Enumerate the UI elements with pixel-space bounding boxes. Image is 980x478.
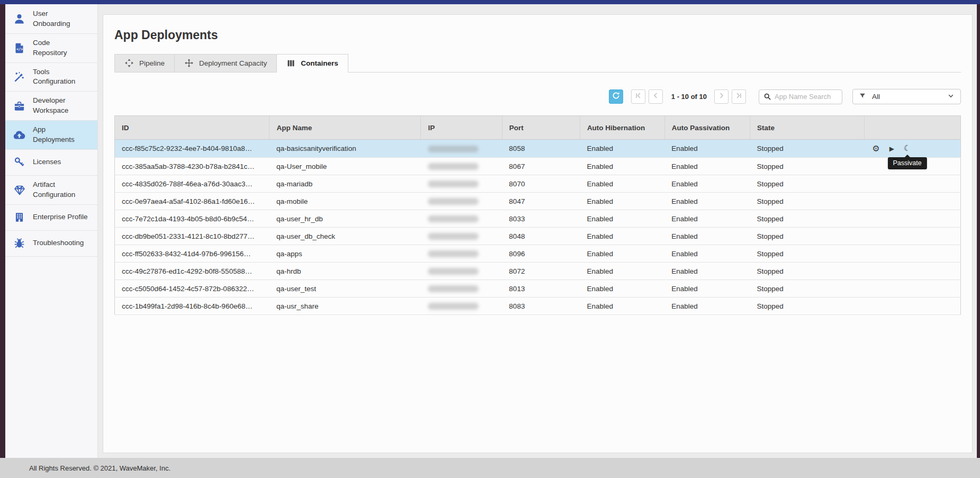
sidebar-item-label: App Deployments [33,125,75,145]
pagination-range: 1 - 10 of 10 [671,93,707,101]
table-body: ccc-f85c75c2-9232-4ee7-b404-9810a8…qa-ba… [115,140,961,315]
cell-auto-hibernation: Enabled [580,280,664,297]
cell-app-name: qa-mariadb [269,175,421,193]
sidebar-item-tools-configuration[interactable]: Tools Configuration [5,63,97,92]
sidebar-item-label: Licenses [33,157,61,167]
sidebar-item-label: Code Repository [33,38,67,58]
sidebar-item-label: Enterprise Profile [33,212,88,222]
sidebar-item-developer-workspace[interactable]: Developer Workspace [5,92,97,121]
cell-id: ccc-db9be051-2331-4121-8c10-8bd277… [115,228,269,245]
cell-id: ccc-385aa5ab-3788-4230-b78a-b2841c… [115,158,269,175]
cell-port: 8070 [502,175,580,193]
cell-actions [864,228,960,245]
key-icon [13,156,26,168]
table-row[interactable]: ccc-4835d026-788f-46ea-a76d-30aac3…qa-ma… [115,175,961,193]
redacted-ip [428,198,479,205]
page-title: App Deployments [114,28,961,42]
magic-wand-icon [13,71,26,83]
cell-ip [421,263,502,280]
cell-id: ccc-f85c75c2-9232-4ee7-b404-9810a8… [115,140,269,158]
cell-state: Stopped [750,175,865,193]
last-page-button[interactable] [732,89,746,104]
cell-auto-passivation: Enabled [664,175,750,193]
tab-containers[interactable]: Containers [277,54,348,73]
cell-state: Stopped [750,297,865,315]
sidebar-item-licenses[interactable]: Licenses [5,150,97,176]
table-row[interactable]: ccc-db9be051-2331-4121-8c10-8bd277…qa-us… [115,228,961,245]
row-actions: ⚙▶☾Passivate [871,140,960,157]
cell-auto-hibernation: Enabled [580,263,664,280]
pipeline-icon [124,58,134,68]
table-row[interactable]: ccc-385aa5ab-3788-4230-b78a-b2841c…qa-Us… [115,158,961,175]
footer: All Rights Reserved. © 2021, WaveMaker, … [0,458,980,478]
redacted-ip [428,146,479,152]
sidebar-item-app-deployments[interactable]: App Deployments [5,121,97,150]
cell-app-name: qa-basicsanityverification [269,140,421,158]
sidebar-item-enterprise-profile[interactable]: Enterprise Profile [5,205,97,231]
refresh-icon [612,91,621,102]
cell-actions [864,175,960,193]
refresh-button[interactable] [609,89,623,104]
column-header-port: Port [502,116,580,140]
cell-port: 8072 [502,263,580,280]
cell-app-name: qa-user_hr_db [269,210,421,228]
cell-port: 8013 [502,280,580,297]
table-row[interactable]: ccc-49c27876-ed1c-4292-b0f8-550588…qa-hr… [115,263,961,280]
cell-app-name: qa-apps [269,245,421,263]
table-row[interactable]: ccc-0e97aea4-a5af-4102-86a1-fd60e16…qa-m… [115,193,961,210]
cell-actions [864,263,960,280]
play-icon[interactable]: ▶ [889,146,894,152]
cell-port: 8083 [502,297,580,315]
cell-auto-hibernation: Enabled [580,193,664,210]
prev-page-button[interactable] [649,89,663,104]
cell-actions [864,210,960,228]
cell-id: ccc-49c27876-ed1c-4292-b0f8-550588… [115,263,269,280]
cell-auto-hibernation: Enabled [580,158,664,175]
cloud-upload-icon [13,129,26,142]
next-page-button[interactable] [714,89,729,104]
window-edge-left [0,4,5,458]
sidebar-item-label: Developer Workspace [33,96,68,116]
sidebar-item-label: Troubleshooting [33,238,84,248]
cell-state: Stopped [750,280,865,297]
briefcase-icon [13,100,26,112]
containers-table: IDApp NameIPPortAuto HibernationAuto Pas… [114,115,961,315]
redacted-ip [428,181,479,187]
table-row[interactable]: ccc-c5050d64-1452-4c57-872b-086322…qa-us… [115,280,961,297]
cell-state: Stopped [750,228,865,245]
cell-app-name: qa-user_test [269,280,421,297]
sidebar-item-user-onboarding[interactable]: User Onboarding [5,5,97,34]
user-icon [13,13,26,25]
moon-icon[interactable]: ☾Passivate [904,145,911,152]
table-row[interactable]: ccc-1b499fa1-2d98-416b-8c4b-960e68…qa-us… [115,297,961,315]
tab-pipeline[interactable]: Pipeline [114,54,175,72]
column-header-id: ID [115,116,269,140]
sidebar-item-troubleshooting[interactable]: Troubleshooting [5,231,97,257]
sidebar-item-label: User Onboarding [33,9,70,29]
cell-ip [421,210,502,228]
cell-app-name: qa-hrdb [269,263,421,280]
gear-icon[interactable]: ⚙ [872,145,879,153]
table-header-row: IDApp NameIPPortAuto HibernationAuto Pas… [115,116,961,140]
cell-port: 8067 [502,158,580,175]
sidebar-item-artifact-configuration[interactable]: Artifact Configuration [5,176,97,205]
table-row[interactable]: ccc-ff502633-8432-41d4-97b6-996156…qa-ap… [115,245,961,263]
state-filter-select[interactable]: All [852,89,961,104]
cell-id: ccc-7e72c1da-4193-4b05-b8d0-6b9c54… [115,210,269,228]
first-page-button[interactable] [631,89,645,104]
last-page-icon [735,92,743,102]
cell-app-name: qa-User_mobile [269,158,421,175]
cell-app-name: qa-usr_share [269,297,421,315]
sidebar-item-label: Tools Configuration [33,67,75,87]
tab-deployment-capacity[interactable]: Deployment Capacity [175,54,277,72]
sidebar: User Onboarding</>Code RepositoryTools C… [5,4,98,458]
cell-auto-passivation: Enabled [664,297,750,315]
cell-port: 8047 [502,193,580,210]
cell-ip [421,228,502,245]
cell-id: ccc-c5050d64-1452-4c57-872b-086322… [115,280,269,297]
table-row[interactable]: ccc-f85c75c2-9232-4ee7-b404-9810a8…qa-ba… [115,140,961,158]
sidebar-item-label: Artifact Configuration [33,180,75,200]
table-row[interactable]: ccc-7e72c1da-4193-4b05-b8d0-6b9c54…qa-us… [115,210,961,228]
sidebar-item-code-repository[interactable]: </>Code Repository [5,34,97,63]
funnel-icon [859,92,866,102]
